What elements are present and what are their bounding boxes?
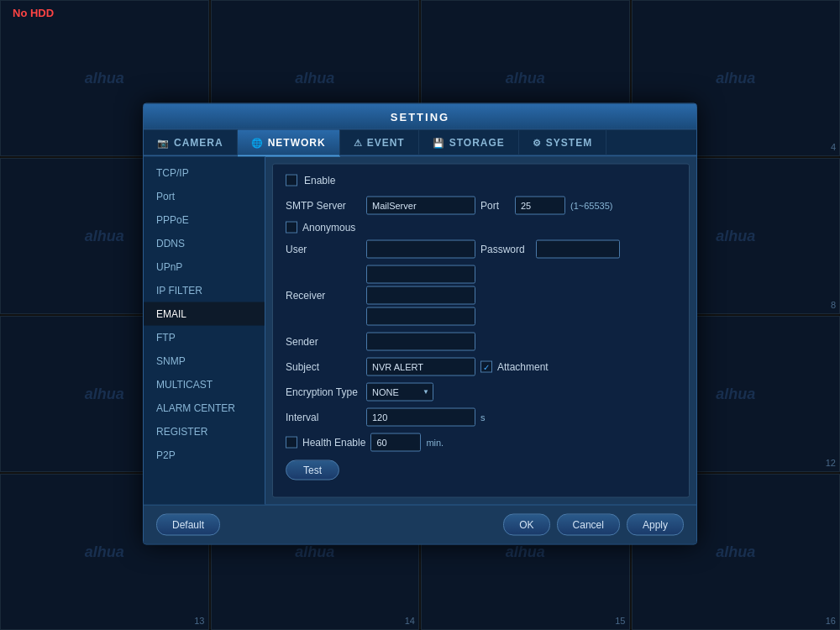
subject-row: Subject Attachment xyxy=(286,358,676,376)
receiver-label: Receiver xyxy=(286,290,361,302)
test-button[interactable]: Test xyxy=(286,460,339,480)
network-tab-icon xyxy=(251,137,264,149)
attachment-label: Attachment xyxy=(497,361,549,373)
sidebar-item-multicast[interactable]: MULTICAST xyxy=(144,373,265,396)
interval-input[interactable] xyxy=(366,408,475,427)
encryption-value: NONE xyxy=(372,387,399,397)
password-label: Password xyxy=(480,244,531,255)
interval-unit: s xyxy=(480,412,486,423)
tab-network[interactable]: NETWORK xyxy=(238,130,340,157)
test-row: Test xyxy=(286,460,676,480)
receiver-input-1[interactable] xyxy=(366,265,475,284)
user-password-row: User Password xyxy=(286,240,676,259)
tab-event[interactable]: EVENT xyxy=(340,130,419,155)
port-range: (1~65535) xyxy=(570,201,612,211)
encryption-row: Encryption Type NONE ▼ xyxy=(286,383,676,402)
action-buttons: OK Cancel Apply xyxy=(503,514,684,536)
encryption-dropdown[interactable]: NONE ▼ xyxy=(366,383,433,402)
anonymous-row: Anonymous xyxy=(286,222,676,234)
sender-input[interactable] xyxy=(366,333,475,351)
port-input[interactable] xyxy=(515,197,565,215)
setting-dialog: SETTING CAMERA NETWORK EVENT STORAGE SYS… xyxy=(143,103,697,545)
sidebar: TCP/IP Port PPPoE DDNS UPnP IP FILTER EM… xyxy=(144,157,265,505)
subject-label: Subject xyxy=(286,361,361,373)
enable-row: Enable xyxy=(286,175,676,186)
tab-bar: CAMERA NETWORK EVENT STORAGE SYSTEM xyxy=(144,130,696,157)
receiver-input-2[interactable] xyxy=(366,286,475,305)
default-button[interactable]: Default xyxy=(156,514,220,536)
sidebar-item-pppoe[interactable]: PPPoE xyxy=(144,208,265,232)
encryption-label: Encryption Type xyxy=(286,386,361,398)
smtp-server-input[interactable] xyxy=(366,197,475,215)
dialog-titlebar: SETTING xyxy=(144,104,696,130)
interval-label: Interval xyxy=(286,412,361,423)
tab-storage-label: STORAGE xyxy=(449,137,505,149)
smtp-server-label: SMTP Server xyxy=(286,200,361,212)
sidebar-item-alarmcenter[interactable]: ALARM CENTER xyxy=(144,396,265,420)
dropdown-arrow-icon: ▼ xyxy=(423,388,429,396)
sidebar-item-snmp[interactable]: SNMP xyxy=(144,349,265,373)
smtp-server-row: SMTP Server Port (1~65535) xyxy=(286,197,676,215)
sender-row: Sender xyxy=(286,333,676,351)
interval-row: Interval s xyxy=(286,408,676,427)
email-settings-panel: Enable SMTP Server Port (1~65535) Anonym… xyxy=(272,164,690,498)
camera-tab-icon xyxy=(157,137,170,149)
tab-storage[interactable]: STORAGE xyxy=(419,130,519,155)
sidebar-item-p2p[interactable]: P2P xyxy=(144,444,265,467)
receiver-row: Receiver xyxy=(286,265,676,326)
health-interval-input[interactable] xyxy=(370,433,421,452)
apply-button[interactable]: Apply xyxy=(627,514,684,536)
password-input[interactable] xyxy=(536,240,620,259)
system-tab-icon xyxy=(533,137,542,149)
sidebar-item-ftp[interactable]: FTP xyxy=(144,326,265,349)
no-hdd-label: No HDD xyxy=(13,7,54,19)
anonymous-label: Anonymous xyxy=(302,222,355,234)
dialog-title: SETTING xyxy=(391,111,449,123)
dialog-body: TCP/IP Port PPPoE DDNS UPnP IP FILTER EM… xyxy=(144,157,696,505)
sidebar-item-ddns[interactable]: DDNS xyxy=(144,232,265,255)
receiver-inputs xyxy=(366,265,475,326)
enable-checkbox[interactable] xyxy=(286,175,297,186)
enable-label: Enable xyxy=(304,175,335,186)
tab-system-label: SYSTEM xyxy=(546,137,592,149)
sidebar-item-email[interactable]: EMAIL xyxy=(144,302,265,326)
sidebar-item-register[interactable]: REGISTER xyxy=(144,420,265,444)
anonymous-checkbox[interactable] xyxy=(286,222,297,234)
tab-event-label: EVENT xyxy=(367,137,405,149)
subject-input[interactable] xyxy=(366,358,475,376)
health-row: Health Enable min. xyxy=(286,433,676,452)
user-label: User xyxy=(286,244,361,255)
sidebar-item-upnp[interactable]: UPnP xyxy=(144,255,265,279)
tab-camera[interactable]: CAMERA xyxy=(144,130,238,155)
event-tab-icon xyxy=(354,137,363,149)
sidebar-item-tcpip[interactable]: TCP/IP xyxy=(144,161,265,185)
sidebar-item-port[interactable]: Port xyxy=(144,185,265,208)
dialog-footer: Default OK Cancel Apply xyxy=(144,505,696,544)
sidebar-item-ipfilter[interactable]: IP FILTER xyxy=(144,279,265,302)
tab-system[interactable]: SYSTEM xyxy=(519,130,606,155)
receiver-input-3[interactable] xyxy=(366,307,475,326)
cancel-button[interactable]: Cancel xyxy=(557,514,620,536)
health-unit: min. xyxy=(426,438,444,448)
ok-button[interactable]: OK xyxy=(503,514,549,536)
storage-tab-icon xyxy=(433,137,445,149)
tab-camera-label: CAMERA xyxy=(174,137,223,149)
health-enable-label: Health Enable xyxy=(302,437,365,449)
user-input[interactable] xyxy=(366,240,475,259)
tab-network-label: NETWORK xyxy=(268,137,326,149)
port-label: Port xyxy=(480,200,510,212)
attachment-checkbox[interactable] xyxy=(480,361,492,373)
sender-label: Sender xyxy=(286,336,361,348)
health-enable-checkbox[interactable] xyxy=(286,437,297,449)
